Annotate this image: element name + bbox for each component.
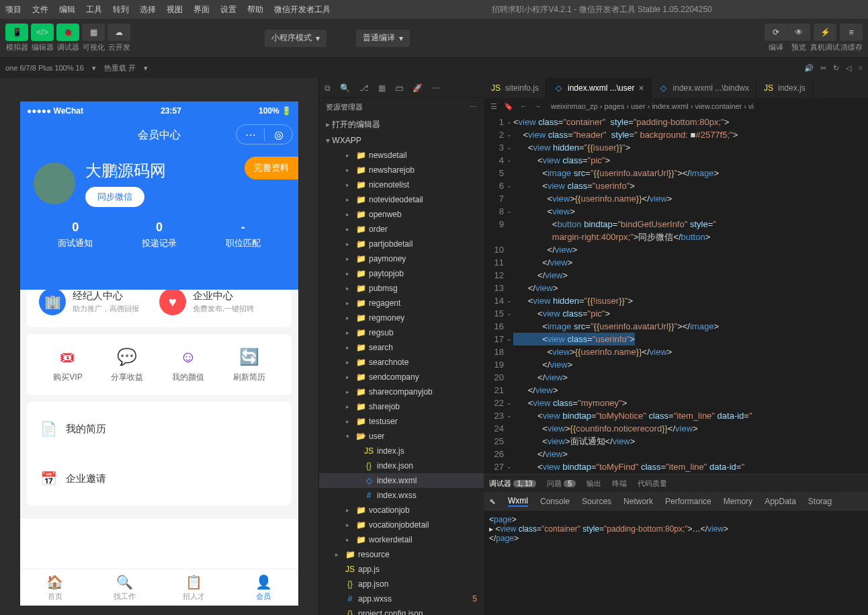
tree-item-order[interactable]: ▸📁order — [319, 222, 484, 237]
devtools-tab-Performance[interactable]: Performance — [665, 497, 711, 506]
devtools-tab-Storag[interactable]: Storag — [808, 497, 832, 506]
wxml-inspector[interactable]: <page> ▸ <view class="container" style="… — [484, 511, 868, 547]
rocket-icon[interactable]: 🚀 — [413, 83, 423, 93]
share-income[interactable]: 💬分享收益 — [111, 346, 143, 383]
devtools-tab-Network[interactable]: Network — [623, 497, 653, 506]
tree-item-nicenotelist[interactable]: ▸📁nicenotelist — [319, 177, 484, 192]
editor-tab[interactable]: ◇index.wxml ...\bindwx — [652, 78, 756, 98]
avatar[interactable] — [34, 163, 75, 204]
tree-item-openweb[interactable]: ▸📁openweb — [319, 207, 484, 222]
debug-tab-问题[interactable]: 问题 5 — [547, 479, 576, 489]
tree-item-index.js[interactable]: JSindex.js — [319, 444, 484, 458]
menu-file[interactable]: 文件 — [27, 4, 54, 15]
cloud-button[interactable]: ☁ — [107, 24, 130, 41]
code-editor[interactable]: 1⌄<view class="container" style="padding… — [484, 114, 868, 474]
tree-item-sharejob[interactable]: ▸📁sharejob — [319, 399, 484, 414]
wxapp-section[interactable]: WXAPP — [319, 133, 484, 148]
back-icon[interactable]: ◁ — [846, 64, 851, 73]
menu-edit[interactable]: 编辑 — [54, 4, 81, 15]
my-resume[interactable]: 📄我的简历 — [39, 414, 279, 444]
tree-item-vocationjob[interactable]: ▸📁vocationjob — [319, 503, 484, 518]
stat-interview[interactable]: 0面试通知 — [58, 220, 93, 249]
menu-select[interactable]: 选择 — [134, 4, 161, 15]
tree-item-workerdetail[interactable]: ▸📁workerdetail — [319, 532, 484, 547]
menu-devtools[interactable]: 微信开发者工具 — [269, 4, 336, 15]
tree-item-regagent[interactable]: ▸📁regagent — [319, 296, 484, 311]
db-icon[interactable]: 🗃 — [395, 83, 403, 93]
branch-icon[interactable]: ⎇ — [359, 83, 369, 93]
refresh-resume[interactable]: 🔄刷新简历 — [233, 346, 265, 383]
editor-tab[interactable]: JSindex.js — [756, 78, 813, 98]
search-icon[interactable]: 🔍 — [340, 83, 350, 93]
rotate-icon[interactable]: ↻ — [833, 64, 839, 73]
capsule[interactable]: ⋯◎ — [236, 124, 293, 145]
tree-item-vocationjobdetail[interactable]: ▸📁vocationjobdetail — [319, 518, 484, 532]
stat-match[interactable]: -职位匹配 — [226, 220, 261, 249]
menu-settings[interactable]: 设置 — [215, 4, 242, 15]
device-select[interactable]: one 6/7/8 Plus 100% 16 — [5, 64, 84, 72]
devtools-tab-Wxml[interactable]: Wxml — [508, 496, 528, 507]
tab-home[interactable]: 🏠首页 — [20, 569, 90, 606]
editor-tab[interactable]: JSsiteinfo.js — [484, 78, 546, 98]
tree-item-regsub[interactable]: ▸📁regsub — [319, 325, 484, 340]
visual-button[interactable]: ▦ — [82, 24, 105, 41]
tree-item-index.json[interactable]: {}index.json — [319, 458, 484, 473]
menu-project[interactable]: 项目 — [0, 4, 27, 15]
tree-item-newsharejob[interactable]: ▸📁newsharejob — [319, 163, 484, 177]
compile-action[interactable]: ⟳ — [765, 24, 787, 41]
agent-center[interactable]: 🏢 经纪人中心助力推广，高佣回报 — [39, 288, 159, 315]
menu-goto[interactable]: 转到 — [107, 4, 134, 15]
company-invite[interactable]: 📅企业邀请 — [39, 464, 279, 493]
devtools-tab-Sources[interactable]: Sources — [582, 497, 611, 506]
files-icon[interactable]: ⧉ — [324, 83, 331, 93]
tree-item-app.wxss[interactable]: #app.wxss5 — [319, 591, 484, 606]
debugger-button[interactable]: 🐞 — [56, 24, 79, 41]
inspect-icon[interactable]: ⬉ — [489, 497, 496, 506]
tree-item-project.config.json[interactable]: {}project.config.json — [319, 606, 484, 615]
devtools-tab-AppData[interactable]: AppData — [765, 497, 796, 506]
menu-ui[interactable]: 界面 — [188, 4, 215, 15]
tree-item-testuser[interactable]: ▸📁testuser — [319, 414, 484, 429]
menu-help[interactable]: 帮助 — [242, 4, 269, 15]
home-icon[interactable]: ○ — [858, 64, 863, 73]
debug-tab-调试器[interactable]: 调试器 1, 13 — [489, 479, 536, 489]
tree-item-regmoney[interactable]: ▸📁regmoney — [319, 311, 484, 325]
complete-profile-button[interactable]: 完善资料 — [245, 157, 298, 179]
tree-item-pubmsg[interactable]: ▸📁pubmsg — [319, 281, 484, 296]
more-icon[interactable]: ⋯ — [432, 83, 440, 93]
menu-view[interactable]: 视图 — [161, 4, 188, 15]
tree-item-sharecompanyjob[interactable]: ▸📁sharecompanyjob — [319, 384, 484, 399]
debug-tab-代码质量[interactable]: 代码质量 — [638, 479, 667, 489]
tree-item-index.wxss[interactable]: #index.wxss — [319, 488, 484, 503]
tree-item-sendcompany[interactable]: ▸📁sendcompany — [319, 370, 484, 384]
capsule-close-icon[interactable]: ◎ — [265, 128, 292, 141]
close-icon[interactable]: × — [638, 83, 644, 93]
tree-item-index.wxml[interactable]: ◇index.wxml — [319, 473, 484, 488]
tree-item-paymoney[interactable]: ▸📁paymoney — [319, 251, 484, 266]
simulator-button[interactable]: 📱 — [5, 24, 28, 41]
bookmark-icon[interactable]: 🔖 — [504, 102, 513, 111]
tree-item-newsdetail[interactable]: ▸📁newsdetail — [319, 148, 484, 163]
compile-select[interactable]: 普通编译▾ — [356, 30, 410, 47]
cut-icon[interactable]: ✂ — [820, 64, 826, 73]
menu-tools[interactable]: 工具 — [81, 4, 107, 15]
devtools-tab-Console[interactable]: Console — [540, 497, 570, 506]
list-icon[interactable]: ☰ — [490, 102, 497, 111]
debug-tab-输出[interactable]: 输出 — [587, 479, 601, 489]
editor-button[interactable]: </> — [31, 24, 54, 41]
sound-icon[interactable]: 🔊 — [804, 64, 814, 73]
editor-tab[interactable]: ◇index.wxml ...\user× — [546, 78, 652, 98]
ext-icon[interactable]: ▦ — [378, 83, 386, 93]
tree-item-partjobdetail[interactable]: ▸📁partjobdetail — [319, 237, 484, 251]
tree-item-search[interactable]: ▸📁search — [319, 340, 484, 355]
stat-apply[interactable]: 0投递记录 — [142, 220, 177, 249]
tab-findjob[interactable]: 🔍找工作 — [90, 569, 160, 606]
fwd-icon[interactable]: → — [534, 102, 541, 111]
mode-select[interactable]: 小程序模式▾ — [265, 30, 327, 47]
buy-vip[interactable]: 🎟购买VIP — [53, 346, 82, 383]
tree-item-resource[interactable]: ▸📁resource — [319, 547, 484, 562]
company-center[interactable]: ♥ 企业中心免费发布,一键招聘 — [159, 288, 279, 315]
breadcrumb[interactable]: weixinmao_zp › pages › user › index.wxml… — [551, 102, 754, 110]
tree-item-notevideodetail[interactable]: ▸📁notevideodetail — [319, 192, 484, 207]
capsule-menu-icon[interactable]: ⋯ — [236, 128, 265, 141]
